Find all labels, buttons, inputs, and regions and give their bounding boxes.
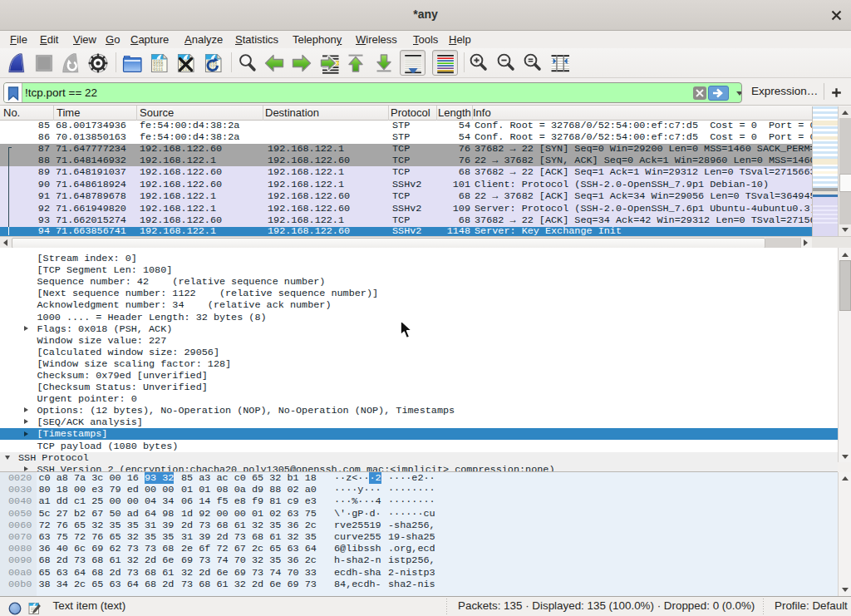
svg-text:0111: 0111 bbox=[153, 67, 163, 72]
